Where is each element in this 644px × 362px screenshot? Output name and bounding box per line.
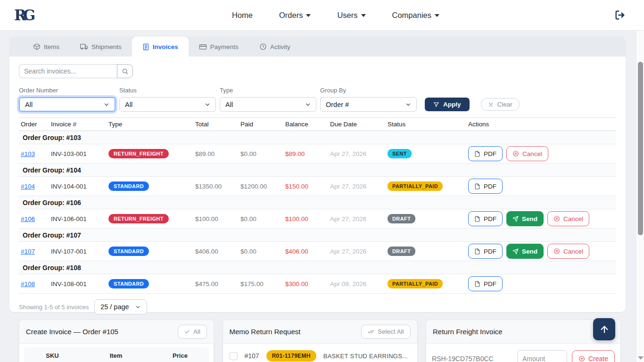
paid-value: $0.00 (240, 215, 285, 222)
circle-x-icon (553, 248, 560, 255)
chevron-down-icon (405, 101, 412, 108)
type-select[interactable]: All (220, 97, 316, 112)
due-date: Apr 09, 2026 (330, 280, 388, 288)
due-date: Apr 27, 2026 (330, 248, 388, 255)
cancel-button[interactable]: Cancel (547, 244, 589, 259)
tab-shipments[interactable]: Shipments (70, 37, 132, 57)
invoice-number: INV-104-001 (51, 183, 108, 190)
circle-x-icon (553, 215, 560, 222)
select-all-items-button[interactable]: All (178, 325, 207, 339)
nav-orders[interactable]: Orders (279, 11, 311, 20)
balance-value: $406.00 (285, 248, 330, 255)
page-size-select[interactable]: 25 / page (94, 299, 147, 314)
circle-x-icon (512, 150, 519, 157)
tab-items[interactable]: Items (23, 37, 70, 57)
double-check-icon (368, 329, 374, 335)
clear-button[interactable]: Clear (481, 98, 520, 111)
pdf-button[interactable]: PDF (468, 211, 503, 226)
filter-type: Type All (220, 87, 316, 112)
order-link[interactable]: #106 (21, 215, 35, 222)
chevron-down-icon (305, 101, 311, 108)
order-link[interactable]: #103 (21, 150, 35, 157)
send-button[interactable]: Send (506, 244, 544, 259)
memo-checkbox[interactable] (230, 352, 238, 360)
cancel-button[interactable]: Cancel (547, 211, 589, 226)
paid-value: $1200.00 (240, 183, 285, 190)
chevron-down-icon (204, 101, 211, 108)
brand-logo[interactable]: RG (14, 7, 57, 24)
select-all-memos-button[interactable]: Select All (361, 325, 411, 339)
order-number-select[interactable]: All (19, 97, 116, 112)
paid-value: $0.00 (240, 150, 285, 157)
box-icon (33, 43, 41, 50)
check-icon (184, 329, 190, 335)
order-group-header: Order Group: #103 (19, 131, 616, 144)
status-select[interactable]: All (119, 97, 216, 112)
invoice-icon (142, 43, 149, 50)
order-group-header: Order Group: #104 (19, 164, 616, 177)
scrollbar-down-arrow[interactable] (638, 356, 644, 360)
search-button[interactable] (117, 64, 133, 78)
total-value: $406.00 (195, 248, 240, 255)
pdf-file-icon (474, 183, 480, 189)
filter-group-by: Group By Order # (320, 87, 417, 112)
total-value: $100.00 (195, 215, 240, 222)
nav-home[interactable]: Home (232, 11, 253, 20)
create-button[interactable]: Create (572, 350, 615, 362)
apply-button[interactable]: Apply (425, 98, 470, 111)
order-link[interactable]: #104 (21, 183, 35, 190)
nav-companies[interactable]: Companies (392, 11, 439, 20)
chevron-down-icon (103, 101, 110, 108)
search-input[interactable] (19, 64, 117, 78)
chevron-down-icon (306, 14, 311, 17)
paid-value: $175.00 (240, 280, 285, 288)
invoice-number: INV-106-001 (51, 215, 108, 222)
return-freight-row: RSH-19CD757B0CC Create (426, 344, 620, 362)
type-badge: RETURN_FREIGHT (108, 214, 169, 223)
scrollbar-thumb[interactable] (638, 62, 643, 235)
main-nav: Home Orders Users Companies (57, 11, 615, 20)
order-group-header: Order Group: #108 (19, 261, 616, 274)
paid-value: $0.00 (240, 248, 285, 255)
paper-plane-icon (512, 216, 519, 222)
tab-bar: Items Shipments Invoices Payments Activi… (9, 37, 626, 57)
filter-bar: Order Number All Status All Type All (19, 87, 616, 112)
table-row: #104 INV-104-001 STANDARD $1350.00 $1200… (19, 177, 616, 196)
group-by-select[interactable]: Order # (320, 97, 417, 112)
memo-row: #107 R01-1179EMH BASKET STUD EARRINGS... (223, 344, 417, 362)
paper-plane-icon (512, 248, 519, 255)
pdf-file-icon (474, 281, 480, 287)
card-title: Create Invoice — Order #105 (26, 328, 118, 336)
vertical-scrollbar[interactable] (636, 31, 644, 362)
logout-button[interactable] (615, 10, 625, 20)
pagination: Showing 1-5 of 5 invoices 25 / page (19, 299, 616, 322)
truck-icon (80, 43, 88, 51)
return-freight-card: Return Freight Invoice RSH-19CD757B0CC C… (426, 320, 621, 362)
amount-input[interactable] (517, 350, 567, 362)
pdf-button[interactable]: PDF (468, 276, 503, 291)
status-badge: PARTIALLY_PAID (388, 181, 443, 191)
order-group-header: Order Group: #107 (19, 229, 616, 242)
balance-value: $89.00 (285, 150, 330, 157)
tab-activity[interactable]: Activity (249, 37, 301, 57)
invoices-content: Order Number All Status All Type All (9, 57, 626, 322)
type-badge: STANDARD (108, 247, 149, 256)
tab-invoices[interactable]: Invoices (132, 37, 189, 57)
send-button[interactable]: Send (506, 211, 544, 226)
order-link[interactable]: #108 (21, 280, 35, 288)
type-badge: STANDARD (108, 181, 149, 191)
pdf-file-icon (474, 151, 480, 157)
due-date: Apr 27, 2026 (330, 150, 388, 157)
filter-order-number: Order Number All (19, 87, 116, 112)
pdf-button[interactable]: PDF (468, 179, 503, 194)
invoice-number: INV-108-001 (51, 280, 108, 288)
scroll-to-top-button[interactable] (593, 318, 615, 340)
cancel-button[interactable]: Cancel (506, 146, 548, 161)
table-row: #107 INV-107-001 STANDARD $406.00 $0.00 … (19, 242, 616, 261)
pdf-button[interactable]: PDF (468, 146, 503, 161)
chevron-down-icon (361, 14, 366, 17)
order-link[interactable]: #107 (21, 248, 35, 255)
tab-payments[interactable]: Payments (189, 37, 249, 57)
pdf-button[interactable]: PDF (468, 244, 503, 259)
nav-users[interactable]: Users (337, 11, 365, 20)
